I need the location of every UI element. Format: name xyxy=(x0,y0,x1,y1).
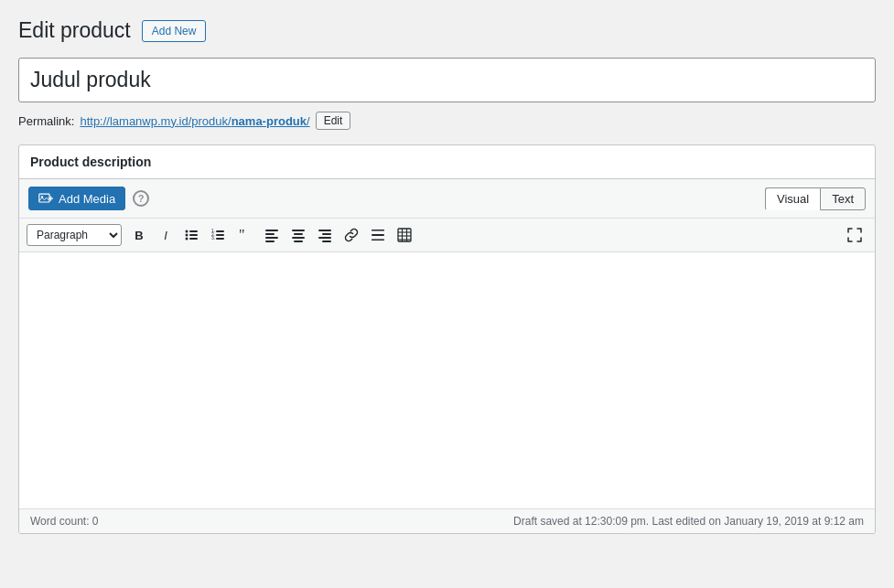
align-center-icon xyxy=(291,228,306,242)
ol-icon: 1. 2. 3. xyxy=(211,228,226,242)
svg-rect-19 xyxy=(265,237,278,239)
svg-rect-31 xyxy=(372,240,384,241)
svg-point-6 xyxy=(186,234,188,237)
blockquote-button[interactable]: " xyxy=(232,223,258,247)
blockquote-icon: " xyxy=(238,228,253,242)
svg-rect-22 xyxy=(294,233,303,235)
permalink-link[interactable]: http://lamanwp.my.id/produk/nama-produk/ xyxy=(80,114,309,128)
editor-format-bar: Paragraph Heading 1 Heading 2 Heading 3 … xyxy=(19,219,875,252)
tab-visual[interactable]: Visual xyxy=(765,187,820,210)
add-new-button[interactable]: Add New xyxy=(142,20,207,42)
paragraph-select[interactable]: Paragraph Heading 1 Heading 2 Heading 3 … xyxy=(27,224,122,246)
svg-rect-27 xyxy=(318,237,331,239)
svg-rect-15 xyxy=(216,238,224,240)
permalink-row: Permalink: http://lamanwp.my.id/produk/n… xyxy=(18,112,876,130)
table-icon xyxy=(397,228,412,242)
unordered-list-button[interactable] xyxy=(179,223,205,247)
svg-rect-30 xyxy=(372,230,384,231)
table-button[interactable] xyxy=(392,223,417,247)
page-title: Edit product xyxy=(18,18,131,43)
svg-rect-9 xyxy=(189,238,198,240)
svg-rect-13 xyxy=(216,234,224,236)
add-media-button[interactable]: Add Media xyxy=(28,187,125,210)
svg-text:": " xyxy=(239,228,245,242)
link-button[interactable] xyxy=(339,223,364,247)
card-body: Add Media ? Visual Text Paragraph Headin… xyxy=(19,179,875,533)
svg-rect-17 xyxy=(265,230,278,231)
editor-toolbar-top: Add Media ? Visual Text xyxy=(19,179,875,219)
svg-rect-25 xyxy=(318,230,331,231)
horizontal-rule-button[interactable] xyxy=(365,223,391,247)
product-title-input[interactable] xyxy=(18,58,876,102)
editor-tabs: Visual Text xyxy=(765,187,866,210)
svg-rect-5 xyxy=(189,230,198,232)
svg-rect-23 xyxy=(292,237,305,239)
align-center-button[interactable] xyxy=(285,223,311,247)
permalink-edit-button[interactable]: Edit xyxy=(316,112,351,130)
svg-rect-26 xyxy=(322,233,331,235)
ordered-list-button[interactable]: 1. 2. 3. xyxy=(206,223,232,247)
permalink-label: Permalink: xyxy=(18,114,74,128)
align-left-icon xyxy=(264,228,279,242)
align-right-button[interactable] xyxy=(312,223,338,247)
svg-text:3.: 3. xyxy=(211,235,215,241)
italic-button[interactable]: I xyxy=(153,223,178,247)
tab-text[interactable]: Text xyxy=(820,187,866,210)
svg-rect-0 xyxy=(39,194,49,202)
editor-statusbar: Word count: 0 Draft saved at 12:30:09 pm… xyxy=(19,508,875,533)
ul-icon xyxy=(185,228,199,242)
add-media-icon xyxy=(38,191,53,206)
svg-rect-11 xyxy=(216,230,224,232)
product-description-card: Product description Add Media ? xyxy=(18,144,876,534)
draft-status: Draft saved at 12:30:09 pm. Last edited … xyxy=(513,515,864,528)
svg-rect-28 xyxy=(322,241,331,242)
card-header: Product description xyxy=(19,145,875,179)
align-left-button[interactable] xyxy=(259,223,285,247)
toolbar-left: Add Media ? xyxy=(28,187,149,210)
page-header: Edit product Add New xyxy=(18,18,876,43)
hr-icon xyxy=(371,228,385,242)
svg-rect-21 xyxy=(292,230,305,231)
format-bar-right xyxy=(842,223,867,247)
svg-rect-24 xyxy=(294,241,303,242)
editor-content-area[interactable] xyxy=(19,252,875,508)
svg-point-4 xyxy=(186,230,188,233)
fullscreen-icon xyxy=(847,228,862,242)
svg-rect-29 xyxy=(372,234,384,236)
fullscreen-button[interactable] xyxy=(842,223,867,247)
help-icon[interactable]: ? xyxy=(133,190,149,207)
align-right-icon xyxy=(318,228,332,242)
link-icon xyxy=(344,228,359,242)
bold-button[interactable]: B xyxy=(126,223,152,247)
svg-rect-7 xyxy=(189,234,198,236)
svg-point-8 xyxy=(186,238,188,241)
svg-rect-18 xyxy=(265,233,275,235)
word-count: Word count: 0 xyxy=(30,515,98,528)
svg-rect-20 xyxy=(265,241,275,242)
